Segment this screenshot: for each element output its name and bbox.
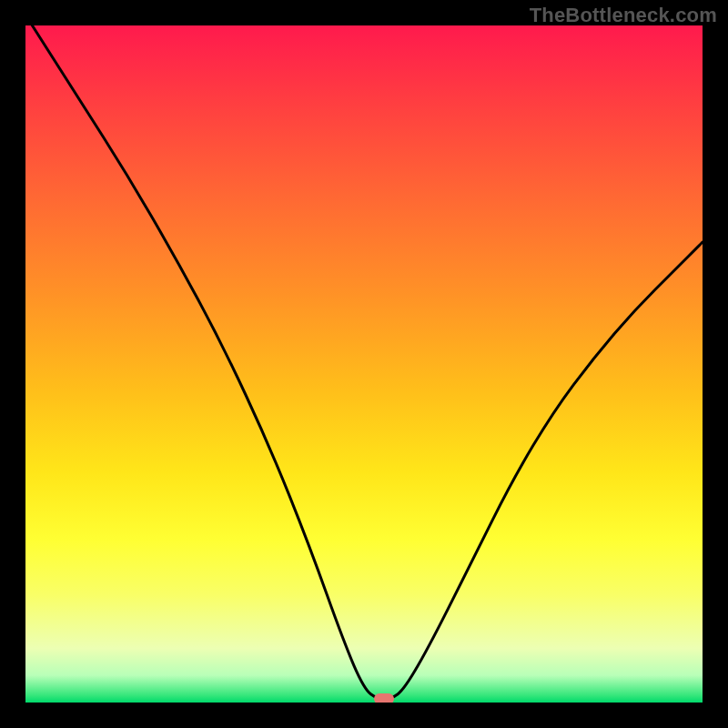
chart-frame: TheBottleneck.com bbox=[0, 0, 728, 728]
curve-svg bbox=[25, 25, 703, 703]
plot-area bbox=[25, 25, 703, 703]
bottleneck-curve bbox=[32, 25, 703, 699]
minimum-marker bbox=[374, 693, 394, 703]
watermark-text: TheBottleneck.com bbox=[530, 4, 717, 27]
